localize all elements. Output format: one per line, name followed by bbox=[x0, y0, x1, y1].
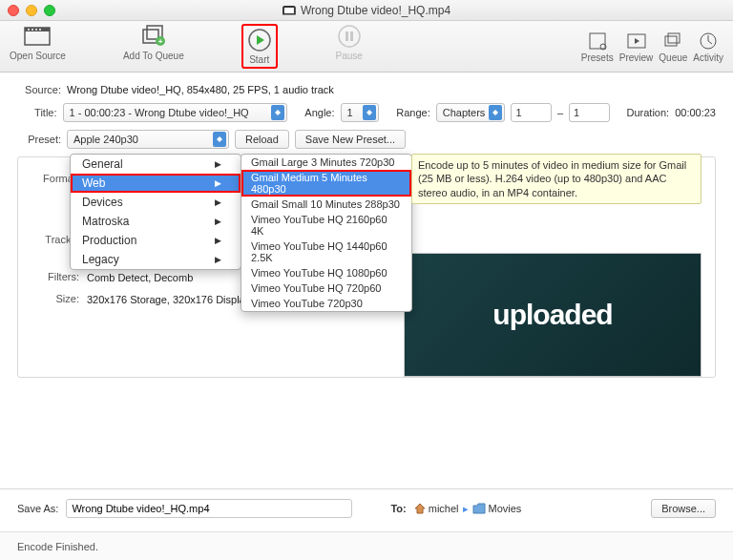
source-label: Source: bbox=[17, 84, 61, 95]
home-icon bbox=[414, 503, 426, 514]
activity-icon bbox=[698, 31, 719, 51]
preset-web-submenu: Gmail Large 3 Minutes 720p30 Gmail Mediu… bbox=[241, 154, 412, 312]
svg-marker-18 bbox=[635, 38, 639, 44]
size-label: Size: bbox=[31, 293, 79, 307]
presets-button[interactable]: Presets bbox=[581, 31, 614, 63]
title-value: 1 - 00:00:23 - Wrong Dtube video!_HQ bbox=[70, 107, 268, 118]
open-source-button[interactable]: Open Source bbox=[10, 24, 66, 69]
title-dropdown[interactable]: 1 - 00:00:23 - Wrong Dtube video!_HQ bbox=[63, 103, 288, 122]
submenu-vimeo-2160[interactable]: Vimeo YouTube HQ 2160p60 4K bbox=[241, 212, 411, 239]
filters-label: Filters: bbox=[31, 271, 79, 285]
add-to-queue-button[interactable]: + Add To Queue bbox=[123, 24, 184, 69]
submenu-gmail-large[interactable]: Gmail Large 3 Minutes 720p30 bbox=[241, 155, 411, 170]
svg-point-5 bbox=[39, 29, 41, 31]
svg-point-4 bbox=[35, 29, 37, 31]
preset-dropdown[interactable]: Apple 240p30 bbox=[67, 130, 229, 149]
angle-label: Angle: bbox=[304, 107, 334, 118]
start-button[interactable]: Start bbox=[241, 24, 278, 69]
queue-button[interactable]: Queue bbox=[659, 31, 687, 63]
svg-rect-19 bbox=[665, 36, 677, 46]
window-maximize-button[interactable] bbox=[44, 5, 55, 16]
preview-label: Preview bbox=[619, 52, 654, 63]
menu-item-legacy[interactable]: Legacy▶ bbox=[71, 250, 241, 269]
menu-item-general[interactable]: General▶ bbox=[71, 155, 241, 174]
preset-menu-overlay: General▶ Web▶ Devices▶ Matroska▶ Product… bbox=[70, 154, 241, 270]
presets-label: Presets bbox=[581, 52, 614, 63]
window-minimize-button[interactable] bbox=[26, 5, 37, 16]
submenu-vimeo-1080[interactable]: Vimeo YouTube HQ 1080p60 bbox=[241, 265, 411, 280]
path-folder[interactable]: Movies bbox=[472, 503, 522, 514]
angle-dropdown[interactable]: 1 bbox=[341, 103, 380, 122]
menu-item-production[interactable]: Production▶ bbox=[71, 231, 241, 250]
chevron-right-icon: ▶ bbox=[215, 236, 221, 245]
dropdown-arrows-icon bbox=[363, 105, 376, 120]
range-type-value: Chapters bbox=[443, 107, 486, 118]
window-title: Wrong Dtube video!_HQ.mp4 bbox=[301, 4, 450, 17]
preset-label: Preset: bbox=[17, 134, 61, 145]
menu-item-devices[interactable]: Devices▶ bbox=[71, 193, 241, 212]
menu-item-matroska[interactable]: Matroska▶ bbox=[71, 212, 241, 231]
save-new-preset-button[interactable]: Save New Preset... bbox=[295, 130, 406, 149]
preview-button[interactable]: Preview bbox=[619, 31, 654, 63]
activity-label: Activity bbox=[693, 52, 723, 63]
dropdown-arrows-icon bbox=[489, 105, 502, 120]
submenu-vimeo-720-60[interactable]: Vimeo YouTube HQ 720p60 bbox=[241, 280, 411, 296]
duration-label: Duration: bbox=[627, 107, 670, 118]
svg-rect-20 bbox=[668, 33, 680, 43]
submenu-vimeo-1440[interactable]: Vimeo YouTube HQ 1440p60 2.5K bbox=[241, 239, 411, 265]
start-label: Start bbox=[249, 54, 269, 65]
activity-button[interactable]: Activity bbox=[693, 31, 723, 63]
status-text: Encode Finished. bbox=[17, 541, 98, 552]
pause-icon bbox=[337, 24, 362, 49]
preview-icon bbox=[626, 31, 647, 51]
bottom-bar: Save As: To: michel ▸ Movies Browse... bbox=[0, 488, 733, 528]
add-to-queue-label: Add To Queue bbox=[123, 51, 184, 61]
preset-category-menu: General▶ Web▶ Devices▶ Matroska▶ Product… bbox=[70, 154, 241, 270]
submenu-vimeo-720-30[interactable]: Vimeo YouTube 720p30 bbox=[241, 296, 411, 311]
angle-value: 1 bbox=[347, 107, 360, 118]
svg-marker-11 bbox=[257, 35, 264, 45]
pause-button[interactable]: Pause bbox=[335, 24, 364, 69]
status-bar: Encode Finished. bbox=[0, 531, 733, 560]
pause-label: Pause bbox=[336, 51, 363, 61]
range-type-dropdown[interactable]: Chapters bbox=[436, 103, 506, 122]
svg-rect-14 bbox=[350, 31, 353, 41]
range-label: Range: bbox=[396, 107, 429, 118]
film-source-icon bbox=[23, 24, 52, 49]
svg-rect-15 bbox=[590, 33, 605, 49]
to-label: To: bbox=[390, 503, 406, 514]
submenu-gmail-small[interactable]: Gmail Small 10 Minutes 288p30 bbox=[241, 197, 411, 212]
chevron-right-icon: ▶ bbox=[215, 159, 221, 169]
path-home[interactable]: michel bbox=[414, 503, 459, 514]
range-to-stepper[interactable]: 1 bbox=[569, 103, 610, 122]
path-separator-icon: ▸ bbox=[463, 503, 469, 515]
saveas-input[interactable] bbox=[66, 499, 352, 518]
submenu-gmail-medium[interactable]: Gmail Medium 5 Minutes 480p30 bbox=[241, 170, 411, 197]
chevron-right-icon: ▶ bbox=[215, 217, 221, 226]
queue-label: Queue bbox=[659, 52, 687, 63]
chevron-right-icon: ▶ bbox=[215, 255, 221, 264]
preset-value: Apple 240p30 bbox=[73, 134, 209, 145]
menu-item-web[interactable]: Web▶ bbox=[71, 174, 241, 193]
source-value: Wrong Dtube video!_HQ, 854x480, 25 FPS, … bbox=[67, 84, 334, 95]
toolbar: Open Source + Add To Queue Start Pause P… bbox=[0, 21, 733, 73]
folder-icon bbox=[472, 503, 486, 514]
duration-value: 00:00:23 bbox=[675, 107, 716, 118]
chevron-right-icon: ▶ bbox=[215, 178, 221, 188]
reload-button[interactable]: Reload bbox=[235, 130, 289, 149]
svg-point-12 bbox=[339, 26, 360, 47]
browse-button[interactable]: Browse... bbox=[651, 499, 716, 518]
window-close-button[interactable] bbox=[8, 5, 19, 16]
preview-text: uploaded bbox=[492, 299, 612, 331]
title-label: Title: bbox=[17, 107, 57, 118]
saveas-label: Save As: bbox=[17, 503, 58, 514]
titlebar: Wrong Dtube video!_HQ.mp4 bbox=[0, 0, 733, 21]
svg-rect-13 bbox=[346, 31, 348, 41]
chevron-right-icon: ▶ bbox=[215, 197, 221, 207]
range-dash: – bbox=[557, 107, 563, 118]
presets-icon bbox=[587, 31, 608, 51]
dropdown-arrows-icon bbox=[271, 105, 284, 120]
preset-tooltip: Encode up to 5 minutes of video in mediu… bbox=[411, 154, 702, 204]
range-from-stepper[interactable]: 1 bbox=[511, 103, 552, 122]
svg-point-3 bbox=[31, 29, 33, 31]
